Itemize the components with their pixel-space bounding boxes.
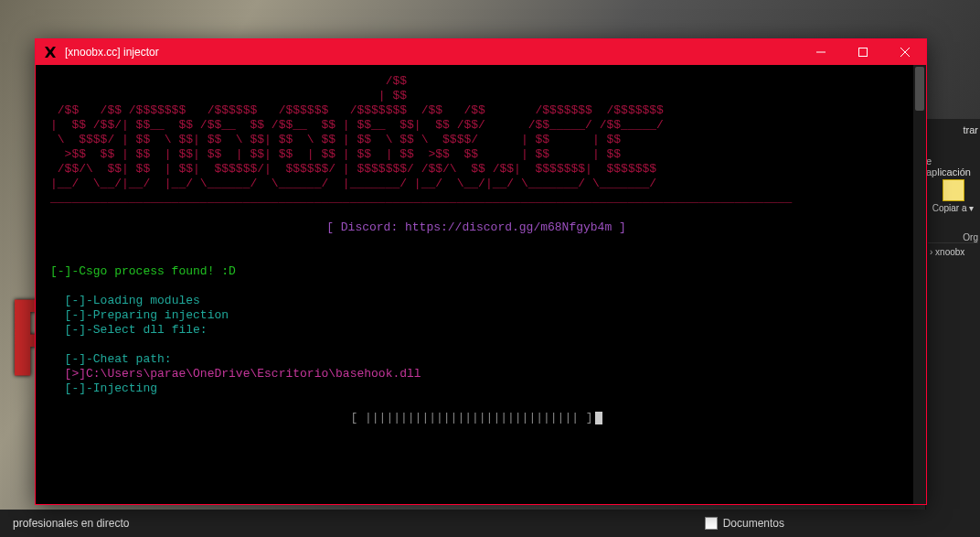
ascii-banner: /$$ | $$ /$$ /$$ /$$$$$$$ /$$$$$$ /$$$$$… [50, 74, 664, 190]
status-select-dll: [-]-Select dll file: [65, 323, 208, 337]
explorer-window-fragment: trar e aplicación Copiar a ▾ Org › xnoob… [925, 119, 980, 510]
terminal-cursor [595, 412, 602, 424]
taskbar-item-label: Documentos [723, 517, 784, 530]
status-preparing: [-]-Preparing injection [65, 308, 229, 322]
taskbar[interactable]: profesionales en directo Documentos [0, 510, 980, 537]
explorer-ribbon: Copiar a ▾ [928, 174, 978, 219]
explorer-copy-label[interactable]: Copiar a ▾ [932, 203, 975, 213]
taskbar-item-left[interactable]: profesionales en directo [7, 515, 134, 532]
injector-window: [xnoobx.cc] injector /$$ | $$ /$$ /$$ [35, 38, 927, 505]
status-process-found: [-]-Csgo process found! :D [50, 264, 236, 278]
minimize-icon [816, 48, 826, 57]
app-icon [41, 43, 59, 61]
status-cheat-path-label: [-]-Cheat path: [65, 352, 172, 366]
discord-link[interactable]: [ Discord: https://discord.gg/m68Nfgyb4m… [326, 220, 626, 234]
scrollbar-thumb[interactable] [915, 67, 924, 111]
status-cheat-path-value: [>]C:\Users\parae\OneDrive\Escritorio\ba… [65, 367, 421, 381]
close-icon [900, 48, 910, 57]
terminal-area: /$$ | $$ /$$ /$$ /$$$$$$$ /$$$$$$ /$$$$$… [36, 65, 926, 504]
explorer-breadcrumb[interactable]: › xnoobx [928, 242, 978, 261]
scrollbar[interactable] [913, 65, 926, 504]
progress-bar: [ |||||||||||||||||||||||||||||| ] [350, 411, 592, 424]
explorer-text-fragment: trar [964, 124, 979, 135]
divider-line: ________________________________________… [50, 191, 792, 205]
titlebar[interactable]: [xnoobx.cc] injector [36, 39, 926, 65]
minimize-button[interactable] [800, 39, 842, 65]
status-loading: [-]-Loading modules [65, 294, 200, 307]
svg-rect-1 [859, 48, 868, 57]
status-injecting: [-]-Injecting [65, 381, 157, 395]
taskbar-item-label: profesionales en directo [13, 517, 129, 530]
close-button[interactable] [884, 39, 926, 65]
window-title: [xnoobx.cc] injector [65, 46, 159, 59]
copy-icon [943, 179, 964, 201]
maximize-button[interactable] [842, 39, 884, 65]
terminal-output[interactable]: /$$ | $$ /$$ /$$ /$$$$$$$ /$$$$$$ /$$$$$… [36, 65, 913, 504]
document-icon [705, 517, 718, 530]
explorer-text-fragment: e aplicación [926, 156, 978, 177]
maximize-icon [858, 48, 868, 57]
explorer-org-label: Org [963, 232, 978, 242]
taskbar-item-documents[interactable]: Documentos [699, 515, 790, 532]
